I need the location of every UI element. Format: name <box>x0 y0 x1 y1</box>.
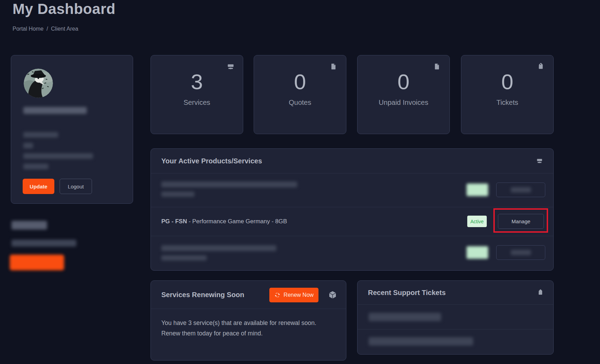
stat-card-unpaid-invoices[interactable]: 0 Unpaid Invoices <box>357 55 450 134</box>
renewals-panel: Services Renewing Soon Renew Now You hav… <box>151 280 346 361</box>
manage-button[interactable]: Manage <box>498 214 544 229</box>
renewal-notice-text: You have 3 service(s) that are available… <box>161 318 336 339</box>
stat-card-tickets[interactable]: 0 Tickets <box>461 55 554 134</box>
button-label-redacted <box>511 250 531 255</box>
breadcrumb-current: Client Area <box>51 26 78 32</box>
button-label-redacted <box>511 187 531 193</box>
product-name-redacted <box>161 181 297 187</box>
address-line-redacted <box>23 164 48 169</box>
server-icon <box>227 63 234 71</box>
page-title: My Dashboard <box>13 1 115 17</box>
product-name-redacted <box>161 245 276 251</box>
product-name-redacted <box>161 192 194 197</box>
stat-value: 0 <box>501 70 513 94</box>
renew-now-button[interactable]: Renew Now <box>269 288 318 302</box>
stat-label: Services <box>184 99 210 107</box>
contacts-button-redacted[interactable] <box>10 255 64 270</box>
renew-now-label: Renew Now <box>284 292 314 298</box>
breadcrumb-separator: / <box>46 26 48 32</box>
ticket-row-redacted[interactable] <box>369 337 473 346</box>
status-badge-active: Active <box>467 216 487 227</box>
breadcrumb-home-link[interactable]: Portal Home <box>13 26 44 32</box>
product-row <box>151 236 553 271</box>
client-name-redacted <box>23 107 87 114</box>
product-row-pg-fsn: PG - FSN - Performance Game Germany - 8G… <box>151 207 553 236</box>
stat-card-services[interactable]: 3 Services <box>151 55 243 134</box>
manage-button-redacted[interactable] <box>496 183 545 197</box>
profile-card: Update Logout <box>11 55 133 204</box>
ticket-row-redacted[interactable] <box>369 313 441 321</box>
product-name-redacted <box>161 255 207 261</box>
stat-label: Tickets <box>497 99 518 107</box>
cube-icon <box>328 290 337 300</box>
active-products-panel: Your Active Products/Services PG - FSN -… <box>151 148 554 271</box>
address-line-redacted <box>23 143 33 148</box>
renewals-panel-title: Services Renewing Soon <box>161 291 244 299</box>
stat-label: Unpaid Invoices <box>379 99 428 107</box>
product-name-bold: PG - FSN <box>161 218 187 225</box>
product-row <box>151 173 553 207</box>
stat-card-quotes[interactable]: 0 Quotes <box>254 55 346 134</box>
tickets-panel-title: Recent Support Tickets <box>368 289 446 297</box>
manage-button-redacted[interactable] <box>496 245 545 260</box>
tag-icon <box>537 289 544 296</box>
address-line-redacted <box>23 132 58 138</box>
update-button[interactable]: Update <box>23 179 54 194</box>
avatar <box>24 69 53 98</box>
recent-tickets-panel: Recent Support Tickets <box>357 280 554 355</box>
products-panel-title: Your Active Products/Services <box>161 157 262 165</box>
product-name-rest: - Performance Game Germany - 8GB <box>187 218 287 225</box>
stat-value: 3 <box>191 70 203 94</box>
logout-button[interactable]: Logout <box>60 179 92 194</box>
stat-value: 0 <box>398 70 409 94</box>
address-line-redacted <box>23 153 93 159</box>
tag-icon <box>537 63 545 71</box>
stat-label: Quotes <box>289 99 311 107</box>
file-icon <box>330 63 338 71</box>
status-badge-redacted <box>467 184 488 196</box>
contact-entry-redacted <box>11 240 76 247</box>
status-badge-redacted <box>467 246 488 259</box>
server-icon <box>536 158 543 164</box>
sync-icon <box>274 292 280 298</box>
contacts-heading-redacted <box>11 221 47 230</box>
breadcrumb: Portal Home / Client Area <box>13 26 78 32</box>
file-icon <box>433 63 441 71</box>
stat-value: 0 <box>294 70 306 94</box>
